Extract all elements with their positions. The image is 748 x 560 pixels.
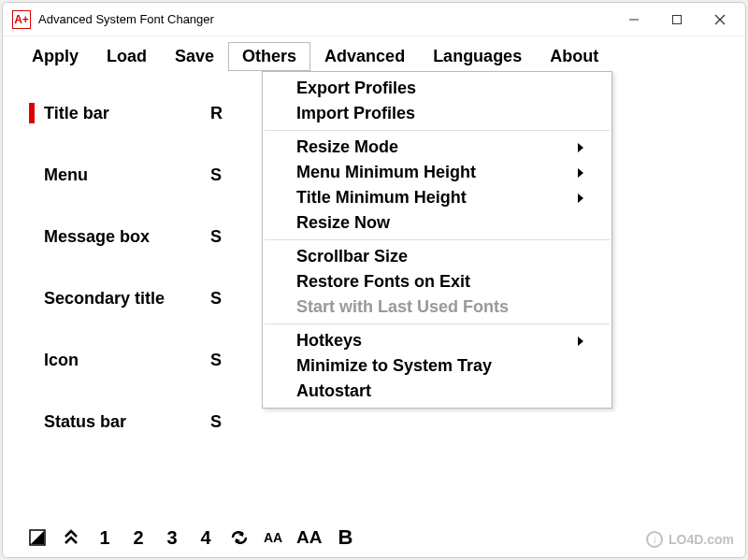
preset-2-button[interactable]: 2 [128,527,149,549]
row-label: Title bar [44,104,210,123]
titlebar: A+ Advanced System Font Changer [3,3,745,36]
row-value: S [210,351,222,370]
dropdown-separator [265,130,610,131]
submenu-arrow-icon [578,337,583,346]
svg-marker-4 [31,531,44,544]
dd-resize-mode[interactable]: Resize Mode [263,135,611,160]
double-chevron-up-icon[interactable] [61,529,81,546]
refresh-icon[interactable] [229,529,250,546]
close-button[interactable] [698,5,741,35]
bold-button[interactable]: B [335,525,355,550]
dd-scrollbar-size[interactable]: Scrollbar Size [263,244,611,269]
minimize-button[interactable] [612,5,655,35]
row-value: R [210,104,223,123]
others-dropdown: Export Profiles Import Profiles Resize M… [262,71,612,409]
dd-title-min-height[interactable]: Title Minimum Height [263,185,611,210]
download-icon: ↓ [646,531,663,548]
dropdown-separator [265,323,610,324]
dd-resize-now[interactable]: Resize Now [263,210,611,236]
dd-autostart[interactable]: Autostart [263,379,611,404]
watermark-text: LO4D.com [669,532,734,547]
row-label: Secondary title [44,289,210,309]
font-size-large-button[interactable]: AA [296,527,322,548]
row-value: S [210,289,222,309]
dd-import-profiles[interactable]: Import Profiles [263,101,611,126]
app-icon: A+ [12,10,31,29]
menu-load[interactable]: Load [93,42,161,71]
row-label: Status bar [44,412,210,432]
watermark: ↓ LO4D.com [646,531,734,548]
submenu-arrow-icon [578,194,583,203]
row-label: Icon [44,351,210,370]
row-label: Menu [44,165,210,185]
triangle-icon[interactable] [27,529,48,546]
app-title: Advanced System Font Changer [38,12,214,26]
preset-1-button[interactable]: 1 [94,527,115,549]
font-size-small-button[interactable]: AA [263,530,283,545]
window-controls [612,5,741,35]
row-value: S [210,227,222,247]
menu-advanced[interactable]: Advanced [310,42,419,71]
row-value: S [210,412,222,432]
preset-3-button[interactable]: 3 [162,527,182,549]
bottom-toolbar: 1 2 3 4 AA AA B [3,518,745,557]
menu-save[interactable]: Save [161,42,228,71]
selection-marker [29,103,35,123]
row-label: Message box [44,227,210,247]
dd-minimize-tray[interactable]: Minimize to System Tray [263,353,611,379]
svg-rect-1 [673,15,682,23]
menu-about[interactable]: About [536,42,612,71]
dd-hotkeys[interactable]: Hotkeys [263,328,611,353]
menu-apply[interactable]: Apply [18,42,93,71]
dd-menu-min-height[interactable]: Menu Minimum Height [263,160,611,185]
dd-start-last-fonts: Start with Last Used Fonts [263,294,611,320]
app-window: A+ Advanced System Font Changer Apply Lo… [2,2,746,558]
maximize-button[interactable] [655,5,698,35]
row-value: S [210,165,222,185]
menu-languages[interactable]: Languages [419,42,536,71]
menu-others[interactable]: Others [228,42,310,71]
submenu-arrow-icon [578,143,583,152]
submenu-arrow-icon [578,168,583,178]
dd-export-profiles[interactable]: Export Profiles [263,76,611,101]
dropdown-separator [265,239,610,240]
preset-4-button[interactable]: 4 [195,527,216,549]
app-icon-text: A+ [14,14,29,25]
dd-restore-fonts-exit[interactable]: Restore Fonts on Exit [263,269,611,294]
